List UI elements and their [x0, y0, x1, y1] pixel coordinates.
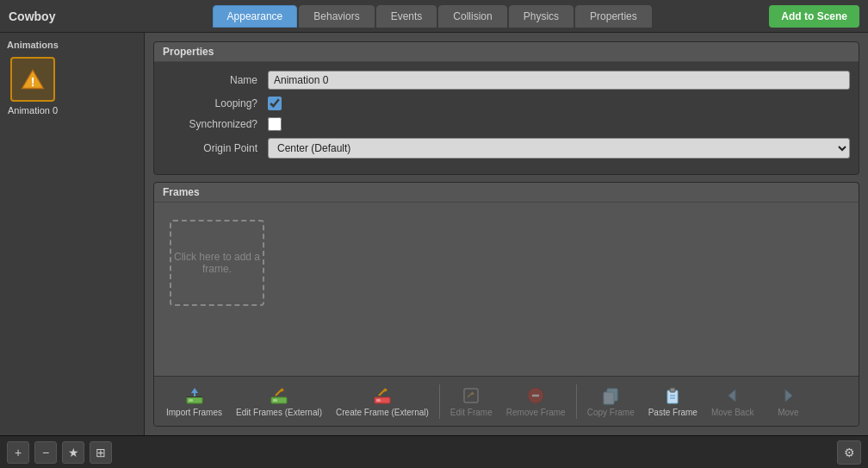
tab-events[interactable]: Events: [376, 5, 437, 28]
move-label: Move: [778, 408, 798, 417]
name-label: Name: [163, 74, 257, 86]
origin-label: Origin Point: [163, 142, 257, 154]
toolbar-divider-2: [576, 384, 577, 419]
svg-rect-5: [187, 396, 202, 397]
frames-header: Frames: [154, 183, 859, 203]
import-frames-button[interactable]: Import Frames: [161, 382, 227, 421]
frames-canvas: Click here to add a frame.: [154, 203, 859, 376]
add-frame-placeholder[interactable]: Click here to add a frame.: [170, 220, 264, 306]
create-frame-external-button[interactable]: Create Frame (External): [331, 382, 434, 421]
top-bar: Cowboy Appearance Behaviors Events Colli…: [0, 0, 868, 33]
layers-button[interactable]: ⊞: [90, 441, 112, 464]
star-button[interactable]: ★: [62, 441, 84, 464]
move-forward-button[interactable]: Move: [762, 382, 814, 421]
remove-frame-label: Remove Frame: [506, 408, 566, 417]
edit-frame-label: Edit Frame: [450, 408, 493, 417]
origin-row: Origin Point Center (Default) Top Left T…: [163, 138, 850, 159]
toolbar-divider-1: [439, 384, 440, 419]
svg-marker-4: [191, 388, 198, 396]
edit-frame-button[interactable]: Edit Frame: [445, 382, 498, 421]
tab-behaviors[interactable]: Behaviors: [299, 5, 374, 28]
origin-select[interactable]: Center (Default) Top Left Top Center Top…: [268, 138, 850, 159]
settings-button[interactable]: ⚙: [837, 440, 861, 465]
svg-marker-25: [728, 390, 735, 402]
synchronized-row: Synchronized?: [163, 117, 850, 131]
svg-line-12: [379, 389, 386, 396]
app-title: Cowboy: [9, 9, 78, 23]
animation-name: Animation 0: [8, 105, 58, 115]
name-input[interactable]: [268, 71, 850, 90]
move-forward-icon: [778, 385, 798, 406]
content-area: Properties Name Looping? Synchronized? O…: [145, 33, 868, 435]
add-to-scene-button[interactable]: Add to Scene: [769, 5, 859, 28]
animation-thumb: !: [10, 57, 55, 102]
edit-frame-icon: [461, 385, 481, 406]
edit-frames-external-icon: [269, 385, 289, 406]
remove-frame-button[interactable]: Remove Frame: [501, 382, 571, 421]
remove-frame-icon: [525, 385, 546, 406]
looping-checkbox[interactable]: [268, 97, 282, 110]
move-back-icon: [722, 385, 743, 406]
move-back-label: Move Back: [711, 408, 753, 417]
tab-bar: Appearance Behaviors Events Collision Ph…: [95, 5, 769, 28]
properties-header: Properties: [154, 42, 859, 62]
sidebar: Animations ! Animation 0: [0, 33, 145, 435]
paste-frame-button[interactable]: Paste Frame: [643, 382, 703, 421]
frames-panel: Frames Click here to add a frame.: [153, 182, 859, 427]
properties-body: Name Looping? Synchronized? Origin Point…: [154, 62, 859, 174]
svg-rect-11: [376, 399, 381, 402]
main-layout: Animations ! Animation 0 Properties Name: [0, 33, 868, 435]
status-bar: + − ★ ⊞ ⚙: [0, 435, 868, 468]
paste-frame-icon: [662, 385, 683, 406]
remove-button[interactable]: −: [34, 441, 57, 464]
looping-label: Looping?: [163, 97, 257, 109]
svg-marker-26: [785, 390, 792, 402]
animation-item[interactable]: ! Animation 0: [7, 57, 59, 115]
svg-rect-20: [604, 392, 614, 404]
frames-toolbar: Import Frames Edit Frames (External): [154, 376, 859, 426]
edit-frames-external-button[interactable]: Edit Frames (External): [231, 382, 327, 421]
svg-rect-7: [273, 399, 277, 402]
import-frames-label: Import Frames: [166, 408, 222, 417]
synchronized-label: Synchronized?: [163, 118, 257, 130]
svg-line-8: [276, 389, 282, 396]
tab-collision[interactable]: Collision: [438, 5, 506, 28]
create-frame-external-label: Create Frame (External): [336, 408, 429, 417]
move-back-button[interactable]: Move Back: [706, 382, 759, 421]
properties-panel: Properties Name Looping? Synchronized? O…: [153, 41, 859, 175]
import-frames-icon: [184, 385, 205, 406]
warning-icon: !: [21, 67, 45, 91]
paste-frame-label: Paste Frame: [648, 408, 698, 417]
tab-physics[interactable]: Physics: [509, 5, 574, 28]
edit-frames-external-label: Edit Frames (External): [236, 408, 322, 417]
copy-frame-label: Copy Frame: [587, 408, 635, 417]
svg-rect-3: [189, 399, 193, 402]
copy-frame-button[interactable]: Copy Frame: [582, 382, 640, 421]
svg-rect-22: [670, 388, 675, 392]
looping-row: Looping?: [163, 97, 850, 110]
tab-appearance[interactable]: Appearance: [213, 5, 298, 28]
name-row: Name: [163, 71, 850, 90]
sidebar-label: Animations: [7, 40, 137, 50]
synchronized-checkbox[interactable]: [268, 117, 282, 131]
copy-frame-icon: [600, 385, 621, 406]
tab-properties[interactable]: Properties: [575, 5, 652, 28]
svg-text:!: !: [31, 75, 35, 89]
create-frame-external-icon: [372, 385, 393, 406]
add-button[interactable]: +: [7, 441, 29, 464]
